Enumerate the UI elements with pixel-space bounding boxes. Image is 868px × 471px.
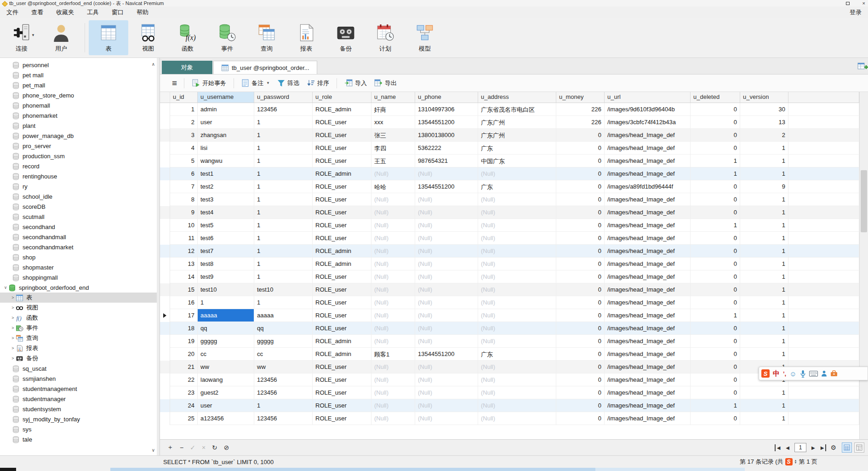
table-cell[interactable]: (Null) [415, 283, 478, 296]
table-cell[interactable]: 0 [691, 361, 740, 373]
sort-button[interactable]: 排序 [303, 77, 333, 90]
table-cell[interactable]: 1 [740, 309, 788, 322]
table-cell[interactable]: 0 [556, 245, 605, 258]
table-cell[interactable]: 0 [556, 386, 605, 399]
first-page-button[interactable]: ◀ [775, 444, 783, 451]
ime-punctuation-toggle[interactable]: ’, [783, 370, 786, 377]
table-cell[interactable]: (Null) [371, 167, 415, 180]
column-header-u_id[interactable]: u_id [170, 92, 198, 103]
table-cell[interactable]: (Null) [371, 309, 415, 322]
toolbar-表[interactable]: 表 [89, 20, 128, 55]
table-cell[interactable]: ROLE_admin [313, 167, 371, 180]
toolbar-用户[interactable]: 用户 [41, 20, 81, 55]
table-cell[interactable]: (Null) [415, 206, 478, 219]
table-cell[interactable]: 0 [691, 193, 740, 206]
table-cell[interactable]: (Null) [371, 361, 415, 373]
table-cell[interactable]: 1 [254, 167, 313, 180]
tree-item-phonemall[interactable]: phonemall [0, 100, 157, 110]
tree-item-ssmjianshen[interactable]: ssmjianshen [0, 373, 157, 384]
table-cell[interactable]: 19 [170, 335, 198, 348]
table-cell[interactable]: /images/head_Image_def [605, 335, 691, 348]
table-cell[interactable]: 0 [691, 258, 740, 270]
table-cell[interactable]: a123456 [198, 412, 254, 425]
ime-lang-toggle[interactable]: 中 [773, 369, 780, 378]
table-cell[interactable]: 1 [740, 245, 788, 258]
tree-item-备份[interactable]: >备份 [0, 353, 157, 363]
chevron-down-icon[interactable]: ∨ [3, 285, 8, 290]
table-cell[interactable]: 0 [556, 283, 605, 296]
table-cell[interactable]: 0 [556, 129, 605, 142]
table-cell[interactable]: zhangsan [198, 129, 254, 142]
table-cell[interactable]: (Null) [415, 193, 478, 206]
table-row[interactable]: 13test81ROLE_admin(Null)(Null)(Null)0/im… [160, 258, 859, 270]
toolbar-备份[interactable]: 备份 [326, 20, 365, 55]
table-cell[interactable]: 0 [556, 348, 605, 361]
microphone-icon[interactable] [800, 370, 806, 378]
sogou-logo-icon[interactable]: S [761, 369, 770, 378]
column-header-u_password[interactable]: u_password [254, 92, 313, 103]
table-cell[interactable]: cc [198, 348, 254, 361]
scrollbar-thumb[interactable] [861, 170, 867, 232]
toolbar-函数[interactable]: f(x)函数 [168, 20, 207, 55]
table-cell[interactable]: (Null) [478, 206, 556, 219]
table-cell[interactable]: 1 [740, 399, 788, 412]
table-row[interactable]: 22laowang123456ROLE_user(Null)(Null)(Nul… [160, 373, 859, 386]
table-cell[interactable]: 1 [691, 219, 740, 232]
menu-item-窗口[interactable]: 窗口 [105, 6, 130, 18]
table-cell[interactable]: 哈哈 [371, 180, 415, 193]
table-cell[interactable]: (Null) [371, 219, 415, 232]
table-cell[interactable]: 0 [691, 296, 740, 309]
table-cell[interactable]: ROLE_user [313, 296, 371, 309]
chevron-down-icon[interactable]: ▼ [31, 33, 35, 37]
table-cell[interactable]: (Null) [415, 361, 478, 373]
table-cell[interactable]: 0 [691, 206, 740, 219]
import-button[interactable]: 导入 [341, 77, 371, 90]
tree-item-sys[interactable]: sys [0, 424, 157, 434]
table-cell[interactable]: 0 [556, 180, 605, 193]
tree-item-secondhandmarket[interactable]: secondhandmarket [0, 242, 157, 252]
table-cell[interactable]: 0 [691, 386, 740, 399]
table-cell[interactable]: /images/3cbfc74f412b43a [605, 116, 691, 129]
table-cell[interactable]: test7 [198, 245, 254, 258]
table-cell[interactable]: 5362222 [415, 142, 478, 155]
table-cell[interactable]: 1 [254, 219, 313, 232]
toolbar-连接[interactable]: 连接▼ [2, 20, 41, 55]
vertical-scrollbar[interactable] [859, 92, 868, 439]
table-cell[interactable]: 0 [556, 399, 605, 412]
table-cell[interactable]: (Null) [415, 296, 478, 309]
table-cell[interactable]: 1 [691, 399, 740, 412]
table-cell[interactable]: (Null) [371, 270, 415, 283]
table-cell[interactable]: (Null) [415, 309, 478, 322]
table-cell[interactable]: user [198, 399, 254, 412]
toolbar-事件[interactable]: 事件 [207, 20, 247, 55]
table-cell[interactable]: 0 [556, 232, 605, 245]
table-cell[interactable]: ROLE_user [313, 386, 371, 399]
table-cell[interactable]: /images/9d610f3d96404b [605, 103, 691, 116]
table-cell[interactable]: 中国广东 [478, 155, 556, 167]
tree-item-phonemarket[interactable]: phonemarket [0, 110, 157, 121]
table-row[interactable]: 14test91ROLE_user(Null)(Null)(Null)0/ima… [160, 270, 859, 283]
table-row[interactable]: 23guest2123456ROLE_user(Null)(Null)(Null… [160, 386, 859, 399]
table-cell[interactable]: ROLE_user [313, 129, 371, 142]
table-cell[interactable]: /images/head_Image_def [605, 296, 691, 309]
table-cell[interactable]: (Null) [415, 322, 478, 335]
table-cell[interactable]: (Null) [371, 245, 415, 258]
table-row[interactable]: 2user1ROLE_userxxx13544551200广东广州226/ima… [160, 116, 859, 129]
table-cell[interactable]: 123456 [254, 373, 313, 386]
table-cell[interactable]: admin [198, 103, 254, 116]
table-row[interactable]: 6test11ROLE_admin(Null)(Null)(Null)0/ima… [160, 167, 859, 180]
table-cell[interactable]: ROLE_admin [313, 335, 371, 348]
tree-item-personnel[interactable]: personnel [0, 60, 157, 70]
table-cell[interactable]: 0 [556, 412, 605, 425]
table-cell[interactable]: (Null) [371, 373, 415, 386]
table-cell[interactable]: (Null) [478, 386, 556, 399]
table-cell[interactable]: 广东 [478, 180, 556, 193]
tree-item-scoreDB[interactable]: scoreDB [0, 201, 157, 212]
table-cell[interactable]: 13104997306 [415, 103, 478, 116]
column-header-u_url[interactable]: u_url [605, 92, 691, 103]
column-header-u_name[interactable]: u_name [371, 92, 415, 103]
tree-item-production_ssm[interactable]: production_ssm [0, 151, 157, 161]
table-cell[interactable]: 226 [556, 116, 605, 129]
table-cell[interactable]: 0 [691, 142, 740, 155]
table-cell[interactable]: 1 [254, 155, 313, 167]
